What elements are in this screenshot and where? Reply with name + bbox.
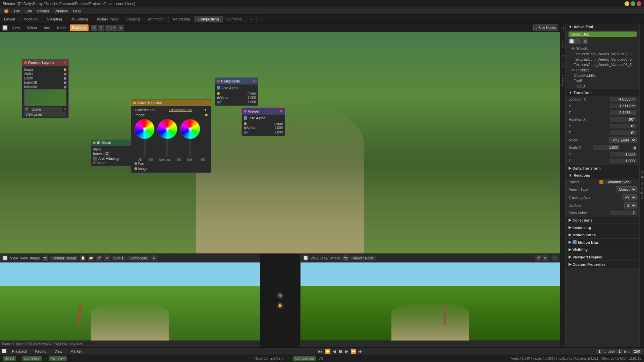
menu-blender[interactable]: 🍊 [1, 8, 11, 14]
cb-mode[interactable]: Lift/Gamma/Gain [169, 108, 192, 112]
right-iv-zoom[interactable]: ⊕ [551, 255, 558, 261]
menu-help[interactable]: Help [70, 8, 84, 14]
left-iv-render-result[interactable]: Render Result [50, 256, 78, 260]
tl-playback[interactable]: Playback [9, 349, 30, 354]
rotation-x-value[interactable]: -90° [610, 117, 637, 122]
left-iv-composite[interactable]: Composite [127, 256, 149, 260]
vtab-tool[interactable]: Tool [561, 27, 565, 34]
scale-x-value[interactable]: 1.000 [593, 145, 620, 150]
tl-next-icon[interactable]: ⏩ [351, 349, 356, 354]
node-viewer[interactable]: Viewer ✕ Use Alpha Image Alpha [241, 108, 285, 136]
parent-type-select[interactable]: Object [616, 186, 637, 192]
cb-gain-slider[interactable] [189, 140, 191, 157]
visibility-header[interactable]: ▶ Visibility [566, 246, 639, 253]
close-button[interactable] [637, 1, 641, 6]
rl-scene-close[interactable]: ✕ [63, 107, 66, 112]
zoom-fit-icon[interactable]: ⊕ [277, 292, 283, 299]
motion-blur-check[interactable] [573, 240, 577, 244]
tab-modeling[interactable]: Modeling [19, 16, 43, 22]
vtab-arrange[interactable]: Arrange [561, 74, 565, 87]
tree-topb-2[interactable]: TopB [566, 83, 639, 89]
rl-scene-value[interactable]: Scene [30, 107, 62, 112]
cb-close-icon[interactable]: ✕ [206, 101, 209, 105]
instancing-header[interactable]: ▶ Instancing [566, 224, 639, 231]
left-iv-icon[interactable]: ⬜ [2, 255, 8, 261]
tab-texture[interactable]: Texture Paint [92, 16, 122, 22]
viewer-close-icon[interactable]: ✕ [279, 109, 283, 114]
parent-value[interactable]: Wooden Sign [605, 180, 632, 184]
right-iv-close-icon[interactable]: ✕ [542, 255, 548, 261]
left-iv-pin-icon[interactable]: 📌 [96, 255, 102, 261]
left-iv-slot[interactable]: Slot 1 [112, 256, 125, 260]
menu-select[interactable]: Select [24, 25, 40, 31]
right-iv-cam-icon[interactable]: 📷 [342, 255, 348, 261]
location-z-value[interactable]: 2.4485 m [610, 110, 637, 115]
composite-close-icon[interactable]: ✕ [253, 79, 256, 83]
scale-x-lock-icon[interactable]: 🔒 [633, 146, 637, 149]
tl-prev-icon[interactable]: ⏪ [325, 349, 330, 354]
viewport-display-header[interactable]: ▶ Viewport Display [566, 253, 639, 260]
tab-sculpting[interactable]: Sculpting [43, 16, 66, 22]
tl-skip-end-icon[interactable]: ⏭ [358, 349, 363, 354]
node-composite[interactable]: Composite ✕ Use Alpha Image Alpha [215, 77, 258, 106]
tab-add[interactable]: + [246, 16, 256, 22]
scale-z-value[interactable]: 1.000 [610, 159, 637, 163]
right-iv-viewer-node[interactable]: Viewer Node [351, 256, 376, 260]
right-iv-image[interactable]: Image [330, 256, 341, 260]
rotation-z-value[interactable]: 0° [610, 130, 637, 135]
tree-textures-2[interactable]: TexturesCom_Weeds_Various06_5 [566, 57, 639, 62]
relations-header[interactable]: ▼ Relations [566, 172, 639, 179]
idm-aa-checkbox[interactable] [93, 157, 97, 161]
view-g[interactable]: G [105, 25, 111, 31]
motion-paths-header[interactable]: ▶ Motion Paths [566, 231, 639, 238]
tl-skip-start-icon[interactable]: ⏮ [318, 349, 323, 354]
tl-marker[interactable]: Marker [68, 349, 85, 354]
tl-view[interactable]: View [52, 349, 65, 354]
left-iv-settings-icon[interactable]: ⚙ [151, 255, 157, 261]
view-a[interactable]: A [118, 25, 124, 31]
mode-icon-3[interactable]: ⊞ [582, 38, 588, 44]
use-nodes-toggle[interactable]: ✓ Use Nodes [533, 24, 558, 31]
vtab-options[interactable]: Options [561, 55, 565, 68]
tl-stop-icon[interactable]: ⏹ [338, 349, 343, 354]
left-iv-folder-icon[interactable]: 📁 [88, 255, 94, 261]
collections-header[interactable]: ▶ Collections [566, 217, 639, 224]
node-id-mask[interactable]: ID Mask Alpha Index 2 Anti-Aliasing ID v… [91, 139, 134, 167]
view-b[interactable]: B [111, 25, 117, 31]
active-tool-header[interactable]: ▼ Active Tool [566, 23, 639, 30]
status-node-context[interactable]: Node Context Menu [255, 357, 284, 360]
left-iv-view1[interactable]: View [10, 256, 18, 260]
motion-blur-header[interactable]: ▶ Motion Blur [566, 239, 639, 246]
tl-keying[interactable]: Keying [33, 349, 49, 354]
left-iv-view2[interactable]: View [20, 256, 28, 260]
tree-closepuddle[interactable]: ClosePuddle [566, 73, 639, 78]
left-iv-slot-icon[interactable]: 📋 [80, 255, 86, 261]
delta-transform-header[interactable]: ▶ Delta Transform [566, 165, 639, 172]
tl-play-icon[interactable]: ▶ [345, 349, 348, 354]
tab-layout[interactable]: Layout [0, 16, 19, 22]
cb-gamma-slider[interactable] [166, 140, 168, 157]
tree-textures-3[interactable]: TexturesCom_Weeds_Various06_5 [566, 62, 639, 67]
cb-lift-val[interactable] [149, 158, 153, 161]
toolbar-icon-1[interactable]: ⬜ [2, 25, 8, 31]
node-close-icon[interactable]: ✕ [63, 60, 66, 65]
up-axis-select[interactable]: Z [624, 202, 637, 208]
box-select-mode[interactable]: Box Select [22, 356, 42, 361]
location-y-value[interactable]: 1.2112 m [610, 104, 637, 108]
tab-uv[interactable]: UV Editing [66, 16, 92, 22]
cb-mode-arrow[interactable]: ▼ [204, 108, 207, 112]
tl-end-val[interactable]: 250 [632, 349, 642, 354]
menu-edit[interactable]: Edit [23, 8, 35, 14]
node-color-balance[interactable]: Color Balance ✕ Correction For... Lift/G… [131, 99, 211, 173]
custom-props-header[interactable]: ▶ Custom Properties [566, 261, 639, 268]
tl-play-reverse-icon[interactable]: ◀ [332, 349, 336, 354]
mode-select[interactable]: XYZ Euler [609, 137, 637, 143]
node-render-layers[interactable]: Render Layers ✕ Image Alpha Depth [22, 59, 69, 118]
menu-render[interactable]: Render [35, 8, 52, 14]
right-iv-pin-icon[interactable]: 📌 [535, 255, 541, 261]
menu-view[interactable]: View [9, 25, 23, 31]
cb-lift-slider[interactable] [144, 140, 146, 157]
menu-file[interactable]: File [11, 8, 23, 14]
location-x-value[interactable]: -4.0353 m [610, 97, 637, 102]
tab-animation[interactable]: Animation [144, 16, 169, 22]
